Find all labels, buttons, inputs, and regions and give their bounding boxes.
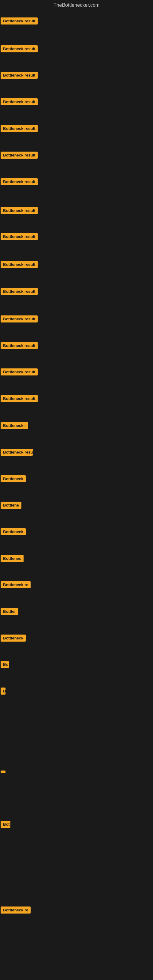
result-badge-24[interactable]: Bottleneck	[1, 635, 26, 641]
result-badge-18[interactable]: Bottleneck	[1, 475, 26, 482]
result-item-21: Bottlenec	[1, 555, 24, 563]
result-item-6: Bottleneck result	[1, 151, 38, 160]
result-item-15: Bottleneck result	[1, 395, 38, 403]
result-badge-20[interactable]: Bottleneck	[1, 528, 26, 535]
result-item-5: Bottleneck result	[1, 125, 38, 133]
result-item-23: Bottler	[1, 608, 18, 616]
result-badge-10[interactable]: Bottleneck result	[1, 261, 38, 268]
result-item-8: Bottleneck result	[1, 207, 38, 215]
result-badge-15[interactable]: Bottleneck result	[1, 395, 38, 402]
result-badge-27[interactable]	[1, 770, 5, 773]
result-item-28: Bot	[1, 821, 10, 829]
result-item-10: Bottleneck result	[1, 261, 38, 269]
result-item-3: Bottleneck result	[1, 72, 38, 80]
result-badge-23[interactable]: Bottler	[1, 608, 18, 615]
result-item-13: Bottleneck result	[1, 342, 38, 350]
result-badge-13[interactable]: Bottleneck result	[1, 342, 38, 349]
result-item-1: Bottleneck result	[1, 18, 38, 26]
result-item-22: Bottleneck re	[1, 581, 30, 590]
result-item-2: Bottleneck result	[1, 45, 38, 54]
result-badge-5[interactable]: Bottleneck result	[1, 125, 38, 132]
result-badge-17[interactable]: Bottleneck resu	[1, 449, 33, 456]
result-item-16: Bottleneck r	[1, 422, 28, 430]
result-badge-22[interactable]: Bottleneck re	[1, 581, 30, 588]
result-badge-12[interactable]: Bottleneck result	[1, 315, 38, 323]
result-badge-6[interactable]: Bottleneck result	[1, 151, 38, 159]
result-badge-2[interactable]: Bottleneck result	[1, 45, 38, 52]
result-badge-16[interactable]: Bottleneck r	[1, 422, 28, 429]
result-item-19: Bottlene	[1, 502, 21, 510]
result-item-24: Bottleneck	[1, 635, 26, 643]
result-badge-21[interactable]: Bottlenec	[1, 555, 24, 562]
result-item-7: Bottleneck result	[1, 178, 38, 186]
result-item-11: Bottleneck result	[1, 288, 38, 296]
result-item-14: Bottleneck result	[1, 368, 38, 377]
result-badge-3[interactable]: Bottleneck result	[1, 72, 38, 79]
result-badge-14[interactable]: Bottleneck result	[1, 368, 38, 375]
result-item-29: Bottleneck re	[1, 907, 30, 915]
result-item-27	[1, 769, 5, 774]
result-badge-7[interactable]: Bottleneck result	[1, 178, 38, 185]
site-title: TheBottlenecker.com	[0, 0, 153, 9]
result-badge-8[interactable]: Bottleneck result	[1, 207, 38, 214]
result-item-12: Bottleneck result	[1, 315, 38, 324]
result-item-26: B	[1, 687, 5, 696]
result-badge-9[interactable]: Bottleneck result	[1, 233, 38, 240]
result-item-9: Bottleneck result	[1, 233, 38, 241]
result-badge-25[interactable]: Bo	[1, 661, 9, 668]
result-item-17: Bottleneck resu	[1, 449, 33, 457]
result-badge-28[interactable]: Bot	[1, 821, 10, 828]
result-badge-26[interactable]: B	[1, 687, 5, 695]
result-badge-4[interactable]: Bottleneck result	[1, 98, 38, 105]
result-badge-29[interactable]: Bottleneck re	[1, 907, 30, 913]
result-badge-11[interactable]: Bottleneck result	[1, 288, 38, 295]
result-item-4: Bottleneck result	[1, 98, 38, 107]
result-item-18: Bottleneck	[1, 475, 26, 484]
result-item-25: Bo	[1, 661, 9, 669]
result-item-20: Bottleneck	[1, 528, 26, 536]
result-badge-1[interactable]: Bottleneck result	[1, 18, 38, 24]
result-badge-19[interactable]: Bottlene	[1, 502, 21, 509]
